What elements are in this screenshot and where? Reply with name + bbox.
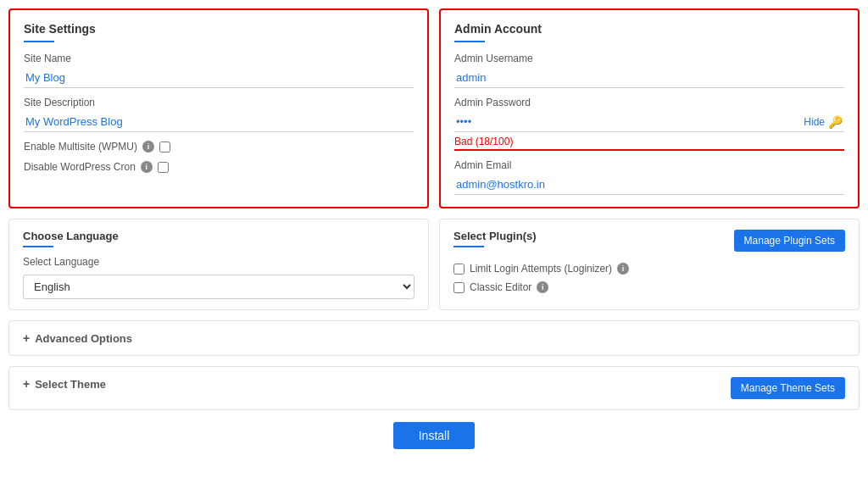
enable-multisite-row: Enable Multisite (WPMU) i <box>24 141 414 153</box>
password-hide-button[interactable]: Hide <box>804 116 825 128</box>
admin-email-label: Admin Email <box>454 159 844 171</box>
plugin-classic-editor-info-icon[interactable]: i <box>537 281 548 293</box>
advanced-options-toggle[interactable]: + Advanced Options <box>23 331 845 345</box>
site-name-input[interactable] <box>24 68 414 88</box>
admin-password-label: Admin Password <box>454 97 844 108</box>
choose-language-divider <box>23 246 53 247</box>
disable-cron-row: Disable WordPress Cron i <box>24 161 414 173</box>
advanced-options-plus-icon: + <box>23 331 30 345</box>
enable-multisite-checkbox[interactable] <box>159 142 170 153</box>
theme-row: + Select Theme Manage Theme Sets <box>23 377 845 399</box>
plugin-limit-login-info-icon[interactable]: i <box>617 263 629 275</box>
choose-language-title: Choose Language <box>23 230 415 242</box>
choose-language-panel: Choose Language Select Language English … <box>8 219 429 310</box>
admin-email-input[interactable] <box>454 175 844 195</box>
select-theme-plus-icon: + <box>23 377 30 391</box>
select-plugins-panel: Select Plugin(s) Manage Plugin Sets Limi… <box>439 219 860 310</box>
admin-username-input[interactable] <box>454 68 844 88</box>
plugin-classic-editor-label: Classic Editor <box>470 281 531 293</box>
enable-multisite-label: Enable Multisite (WPMU) <box>24 141 137 153</box>
plugin-limit-login-row: Limit Login Attempts (Loginizer) i <box>453 263 845 275</box>
password-strength-bar <box>454 149 844 151</box>
password-strength-text: Bad (18/100) <box>454 136 844 147</box>
plugins-header: Select Plugin(s) Manage Plugin Sets <box>453 230 845 256</box>
site-settings-divider <box>24 41 54 42</box>
plugins-divider <box>453 246 484 247</box>
select-language-label: Select Language <box>23 256 415 268</box>
install-btn-row: Install <box>8 422 860 449</box>
select-plugins-title: Select Plugin(s) <box>453 230 537 242</box>
select-theme-title: Select Theme <box>35 378 106 391</box>
select-theme-panel: + Select Theme Manage Theme Sets <box>8 366 860 410</box>
disable-cron-label: Disable WordPress Cron <box>24 161 136 173</box>
advanced-options-title: Advanced Options <box>35 332 132 345</box>
password-row: Hide 🔑 <box>454 112 844 132</box>
admin-account-panel: Admin Account Admin Username Admin Passw… <box>439 8 860 208</box>
select-theme-toggle[interactable]: + Select Theme <box>23 377 106 391</box>
plugin-classic-editor-row: Classic Editor i <box>453 281 845 293</box>
plugin-limit-login-checkbox[interactable] <box>453 264 465 275</box>
admin-account-divider <box>454 41 485 42</box>
install-button[interactable]: Install <box>393 422 476 449</box>
site-settings-title: Site Settings <box>24 22 414 36</box>
enable-multisite-info-icon[interactable]: i <box>142 141 154 153</box>
plugin-limit-login-label: Limit Login Attempts (Loginizer) <box>470 263 612 275</box>
advanced-options-panel: + Advanced Options <box>8 320 860 356</box>
site-name-label: Site Name <box>24 53 414 64</box>
manage-theme-sets-button[interactable]: Manage Theme Sets <box>731 377 845 399</box>
plugin-classic-editor-checkbox[interactable] <box>453 282 465 293</box>
password-actions: Hide 🔑 <box>804 115 843 129</box>
admin-username-label: Admin Username <box>454 53 844 64</box>
disable-cron-checkbox[interactable] <box>158 162 169 173</box>
plugins-title-block: Select Plugin(s) <box>453 230 537 256</box>
admin-account-title: Admin Account <box>454 22 844 36</box>
site-description-input[interactable] <box>24 112 414 132</box>
admin-password-input[interactable] <box>454 112 844 132</box>
site-settings-panel: Site Settings Site Name Site Description… <box>8 8 429 208</box>
key-icon: 🔑 <box>828 115 843 129</box>
language-select[interactable]: English French German Spanish Italian Po… <box>23 275 415 299</box>
site-description-label: Site Description <box>24 97 414 108</box>
manage-plugin-sets-button[interactable]: Manage Plugin Sets <box>734 230 845 252</box>
disable-cron-info-icon[interactable]: i <box>141 161 153 173</box>
